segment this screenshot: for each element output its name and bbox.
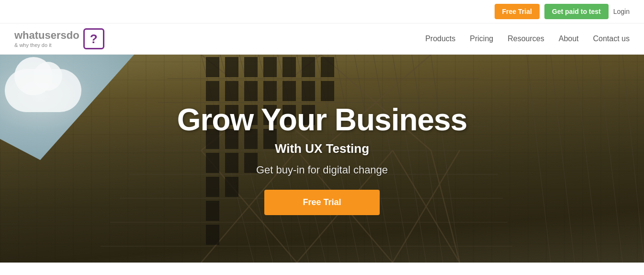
logo-brand: whatusersdo xyxy=(14,29,79,42)
nav-item-about[interactable]: About xyxy=(559,34,579,43)
nav-link-resources[interactable]: Resources xyxy=(508,34,544,43)
top-free-trial-button[interactable]: Free Trial xyxy=(495,4,540,19)
nav-item-pricing[interactable]: Pricing xyxy=(470,34,493,43)
nav-menu: Products Pricing Resources About Contact… xyxy=(425,34,630,43)
svg-rect-33 xyxy=(225,57,238,77)
svg-line-64 xyxy=(551,55,575,263)
login-link[interactable]: Login xyxy=(613,8,630,15)
hero-subtitle: With UX Testing xyxy=(177,141,467,156)
get-paid-button[interactable]: Get paid to test xyxy=(544,4,609,19)
svg-line-66 xyxy=(599,55,622,263)
logo-tagline: & why they do it xyxy=(14,42,79,48)
navbar: whatusersdo & why they do it ? Products … xyxy=(0,23,644,55)
hero-free-trial-button[interactable]: Free Trial xyxy=(264,190,379,215)
hero-section: Grow Your Business With UX Testing Get b… xyxy=(0,55,644,263)
svg-rect-36 xyxy=(282,57,296,77)
hero-title: Grow Your Business xyxy=(177,102,467,138)
top-bar: Free Trial Get paid to test Login xyxy=(0,0,644,23)
svg-line-65 xyxy=(575,55,599,263)
svg-rect-37 xyxy=(302,57,315,77)
svg-line-63 xyxy=(527,55,551,263)
nav-link-products[interactable]: Products xyxy=(425,34,455,43)
logo[interactable]: whatusersdo & why they do it ? xyxy=(14,28,104,49)
nav-link-pricing[interactable]: Pricing xyxy=(470,34,493,43)
svg-rect-38 xyxy=(321,57,334,77)
svg-line-67 xyxy=(622,55,644,263)
nav-link-contact[interactable]: Contact us xyxy=(593,34,630,43)
hero-tagline: Get buy-in for digital change xyxy=(177,164,467,176)
svg-rect-32 xyxy=(206,57,219,77)
hero-content: Grow Your Business With UX Testing Get b… xyxy=(168,92,477,225)
svg-rect-34 xyxy=(244,57,258,77)
logo-text: whatusersdo & why they do it xyxy=(14,29,79,48)
svg-rect-62 xyxy=(206,225,219,245)
nav-item-resources[interactable]: Resources xyxy=(508,34,544,43)
logo-icon: ? xyxy=(83,28,104,49)
nav-item-products[interactable]: Products xyxy=(425,34,455,43)
svg-rect-35 xyxy=(263,57,277,77)
nav-link-about[interactable]: About xyxy=(559,34,579,43)
nav-item-contact[interactable]: Contact us xyxy=(593,34,630,43)
